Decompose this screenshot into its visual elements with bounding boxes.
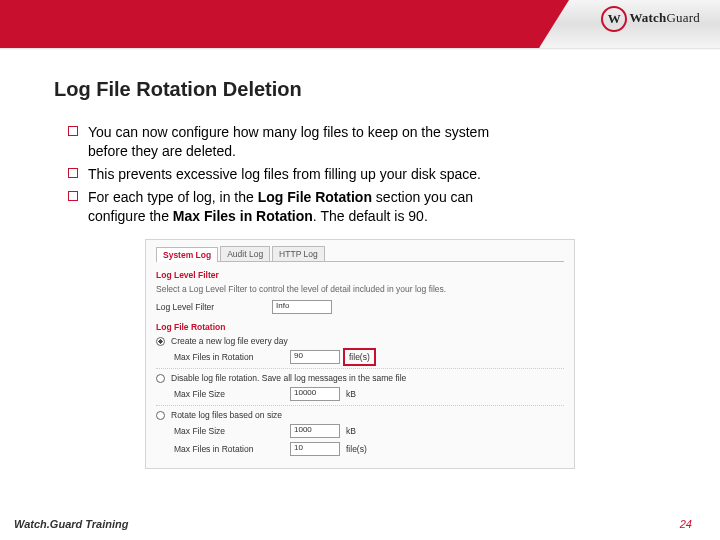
radio-icon[interactable] xyxy=(156,337,165,346)
bullet-list: You can now configure how many log files… xyxy=(54,123,666,225)
max-size-input[interactable]: 10000 xyxy=(290,387,340,401)
header-band: WWatchGuard xyxy=(0,0,720,48)
tab-audit-log[interactable]: Audit Log xyxy=(220,246,270,261)
option-disable: Disable log file rotation. Save all log … xyxy=(156,373,564,383)
option-create-daily: Create a new log file every day xyxy=(156,336,564,346)
option-label: Rotate log files based on size xyxy=(171,410,282,420)
unit-kb: kB xyxy=(346,426,356,436)
max-files-input[interactable]: 90 xyxy=(290,350,340,364)
section-desc: Select a Log Level Filter to control the… xyxy=(156,284,564,294)
section-rotation: Log File Rotation xyxy=(156,322,564,332)
max-size-input-2[interactable]: 1000 xyxy=(290,424,340,438)
bullet-item: This prevents excessive log files from f… xyxy=(54,165,666,184)
square-bullet-icon xyxy=(68,168,78,178)
tab-bar: System Log Audit Log HTTP Log xyxy=(156,246,564,262)
option-rotate-size: Rotate log files based on size xyxy=(156,410,564,420)
brand-logo: WWatchGuard xyxy=(601,6,700,32)
unit-files-highlight: file(s) xyxy=(346,351,373,363)
unit-kb: kB xyxy=(346,389,356,399)
radio-icon[interactable] xyxy=(156,374,165,383)
slide-content: Log File Rotation Deletion You can now c… xyxy=(0,50,720,469)
section-log-level: Log Level Filter xyxy=(156,270,564,280)
page-number: 24 xyxy=(680,518,692,530)
footer: Watch.Guard Training 24 xyxy=(0,518,720,530)
tab-http-log[interactable]: HTTP Log xyxy=(272,246,325,261)
slide-title: Log File Rotation Deletion xyxy=(54,78,666,101)
square-bullet-icon xyxy=(68,126,78,136)
log-level-select[interactable]: Info xyxy=(272,300,332,314)
max-files-label: Max Files in Rotation xyxy=(174,444,284,454)
logo-mark: W xyxy=(601,6,627,32)
embedded-settings-screenshot: System Log Audit Log HTTP Log Log Level … xyxy=(145,239,575,469)
tab-system-log[interactable]: System Log xyxy=(156,247,218,262)
max-files-input-2[interactable]: 10 xyxy=(290,442,340,456)
option-label: Disable log file rotation. Save all log … xyxy=(171,373,406,383)
max-size-label: Max File Size xyxy=(174,389,284,399)
max-files-row-2: Max Files in Rotation 10 file(s) xyxy=(156,442,564,456)
bullet-item: You can now configure how many log files… xyxy=(54,123,666,161)
log-level-label: Log Level Filter xyxy=(156,302,266,312)
unit-files: file(s) xyxy=(346,444,367,454)
bullet-item: For each type of log, in the Log File Ro… xyxy=(54,188,666,226)
square-bullet-icon xyxy=(68,191,78,201)
max-files-row: Max Files in Rotation 90 file(s) xyxy=(156,350,564,364)
radio-icon[interactable] xyxy=(156,411,165,420)
max-size-label: Max File Size xyxy=(174,426,284,436)
max-size-row: Max File Size 10000 kB xyxy=(156,387,564,401)
footer-title: Watch.Guard Training xyxy=(14,518,129,530)
log-level-row: Log Level Filter Info xyxy=(156,300,564,314)
option-label: Create a new log file every day xyxy=(171,336,288,346)
max-files-label: Max Files in Rotation xyxy=(174,352,284,362)
max-size-row-2: Max File Size 1000 kB xyxy=(156,424,564,438)
